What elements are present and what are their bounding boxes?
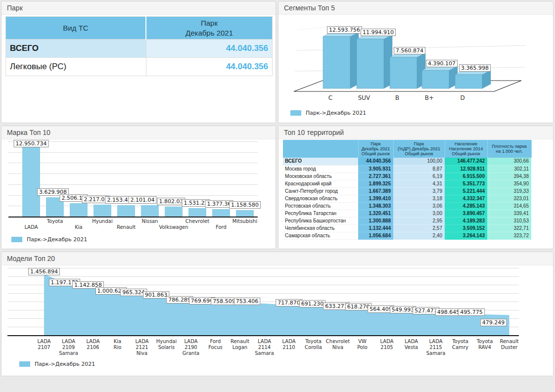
x-axis-label-line: Duster: [492, 345, 527, 350]
segment-bar-SUV[interactable]: [357, 35, 392, 88]
density-cell: 322,71: [487, 224, 531, 232]
share-cell: 3,18: [393, 195, 445, 202]
panel-title-text: Топ 10 территорий: [284, 129, 344, 136]
header-line: Общий рынок: [395, 151, 444, 156]
territories-table: ПаркДекабрь 2021Общий рынокПарк(%ДР) Дек…: [283, 140, 532, 240]
x-axis-label: D: [448, 95, 477, 101]
table-row[interactable]: Московская область2.727.3616,196.915.500…: [283, 173, 531, 180]
segment-bar-D[interactable]: [455, 70, 491, 88]
x-axis: [8, 217, 258, 218]
table-row[interactable]: Республика Башкортостан1.300.8882,954.18…: [283, 217, 531, 224]
panel-title-models: Модели Топ 20: [1, 252, 553, 265]
table-row[interactable]: Москва город3.905.9318,8712.928.911302,1…: [283, 165, 531, 173]
x-axis-label: Nissan: [127, 218, 173, 224]
territory-cell: Челябинская область: [283, 224, 358, 232]
population-cell: 4.189.283: [445, 217, 487, 224]
header-line: (%ДР) Декабрь 2021: [395, 146, 444, 151]
population-cell: 4.285.143: [445, 202, 487, 210]
population-cell: 5.351.773: [445, 180, 487, 187]
territory-cell: Самарская область: [283, 232, 358, 239]
value-label: 495.775: [458, 308, 485, 316]
bar-Renault[interactable]: [117, 205, 135, 217]
legend-swatch: [290, 110, 301, 116]
vehicle-type-cell: ВСЕГО: [6, 40, 146, 58]
x-axis-label: LADA: [8, 224, 54, 230]
table-row[interactable]: ВСЕГО44.040.356: [6, 40, 273, 58]
park-cell: 1.348.303: [358, 202, 393, 210]
segment-bar-B+[interactable]: [422, 66, 458, 88]
territory-cell: Санкт-Петербург город: [283, 187, 358, 195]
share-cell: 2,40: [393, 232, 445, 239]
segment-bar-B[interactable]: [390, 53, 425, 88]
segment-bar-C[interactable]: [323, 32, 359, 88]
share-cell: 3,79: [393, 187, 445, 195]
territory-cell: Свердловская область: [283, 195, 358, 202]
share-cell: 2,57: [393, 224, 445, 232]
table-row[interactable]: Ростовская область1.348.3033,064.285.143…: [283, 202, 531, 210]
bar-Nissan[interactable]: [141, 205, 159, 217]
table-row[interactable]: Самарская область1.056.6842,403.264.1433…: [283, 232, 531, 239]
table-row[interactable]: Краснодарский край1.899.3254,315.351.773…: [283, 180, 531, 187]
table-row[interactable]: ВСЕГО44.040.356100,00146.477.242300,66: [283, 158, 531, 165]
legend-swatch: [11, 237, 22, 242]
share-cell: 100,00: [393, 158, 445, 165]
population-cell: 3.890.457: [445, 210, 487, 217]
territory-cell: Ростовская область: [283, 202, 358, 210]
density-cell: 319,33: [487, 187, 531, 195]
density-cell: 323,01: [487, 195, 531, 202]
value-label: 4.390.107: [426, 60, 458, 67]
density-cell: 314,65: [487, 202, 531, 210]
bar-Volkswagen[interactable]: [165, 207, 183, 217]
bar-LADA[interactable]: [22, 147, 40, 217]
gridline: [8, 174, 258, 174]
panel-title-territories: Топ 10 территорий: [278, 126, 553, 139]
value-label: 549.993: [390, 306, 416, 313]
territory-cell: Москва город: [283, 165, 358, 173]
column-header-cell: ПаркДекабрь 2021Общий рынок: [358, 140, 393, 158]
x-axis-label: Toyota: [32, 218, 78, 224]
header-line: Население: [446, 141, 486, 146]
panel-title-text: Модели Топ 20: [7, 255, 55, 262]
x-axis-label-line: Renault: [492, 339, 527, 345]
density-cell: 323,72: [487, 232, 531, 239]
park-cell: 1.132.444: [358, 224, 393, 232]
panel-title-segments: Сегменты Топ 5: [278, 1, 553, 15]
table-row[interactable]: Свердловская область1.399.4103,184.332.3…: [283, 195, 531, 202]
panel-title-text: Парк: [7, 4, 23, 12]
bar-Ford[interactable]: [212, 209, 230, 217]
park-cell: 1.667.389: [358, 187, 393, 195]
x-axis-label: Hyundai: [79, 218, 126, 224]
bar-Chevrolet[interactable]: [188, 208, 206, 217]
panel-title-text: Марка Топ 10: [7, 129, 50, 136]
bar-Mitsubishi[interactable]: [236, 210, 254, 217]
park-cell: 1.899.325: [358, 180, 393, 187]
value-label: 1.802.03: [157, 198, 185, 205]
x-axis-label: RenaultDuster: [492, 339, 527, 350]
territory-cell: Московская область: [283, 173, 358, 180]
panel-models-top20: Модели Топ 20 1.456.894LADA21071.197.173…: [1, 252, 554, 376]
table-row[interactable]: Легковые (PC)44.040.356: [6, 58, 273, 76]
territory-cell: Республика Татарстан: [283, 210, 358, 217]
territory-cell: Краснодарский край: [283, 180, 358, 187]
header-line: Общий рынок: [360, 151, 392, 156]
x-axis-label: Kia: [55, 224, 102, 230]
x-axis-label-line: Samara: [418, 350, 453, 356]
legend-label: Парк->Декабрь 2021: [35, 361, 95, 367]
table-row[interactable]: Челябинская область1.132.4442,573.509.15…: [283, 224, 531, 232]
park-cell: 2.727.361: [358, 173, 393, 180]
share-cell: 2,95: [393, 217, 445, 224]
vehicle-type-cell: Легковые (PC): [6, 58, 146, 76]
x-axis-label: B: [382, 95, 412, 101]
table-row[interactable]: Санкт-Петербург город1.667.3893,795.221.…: [283, 187, 531, 195]
panel-title-text: Сегменты Топ 5: [284, 4, 335, 12]
legend-label: Парк->Декабрь 2021: [306, 110, 366, 116]
park-cell: 44.040.356: [358, 158, 393, 165]
column-header-cell: Парк(%ДР) Декабрь 2021Общий рынок: [393, 140, 445, 158]
density-cell: 310,53: [487, 217, 531, 224]
panel-park: Парк Вид ТС Парк Декабрь 2021 ВСЕГО44.04…: [1, 1, 276, 123]
bar-Hyundai[interactable]: [93, 205, 111, 217]
table-row[interactable]: Республика Татарстан1.320.4513,003.890.4…: [283, 210, 531, 217]
bar-Kia[interactable]: [70, 203, 88, 217]
x-axis-label: Renault: [103, 224, 149, 230]
column-header-park-december: Парк Декабрь 2021: [146, 17, 272, 40]
